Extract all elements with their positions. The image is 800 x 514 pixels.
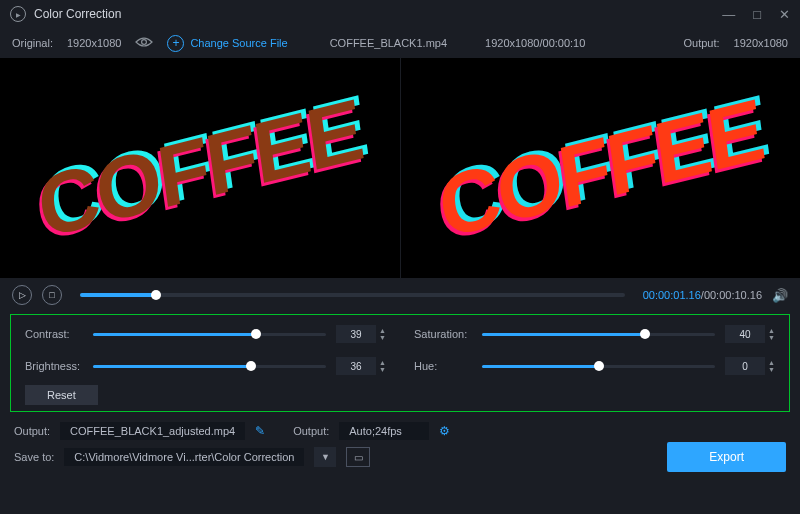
play-button[interactable]: ▷ [12, 285, 32, 305]
hue-label: Hue: [414, 360, 472, 372]
output-file-label: Output: [14, 425, 50, 437]
change-source-label: Change Source File [190, 37, 287, 49]
contrast-label: Contrast: [25, 328, 83, 340]
saturation-step-up[interactable]: ▲ [768, 327, 775, 334]
preview-original: COFFEE COFFEE COFFEE [0, 58, 400, 278]
saturation-control: Saturation: 40▲▼ [414, 325, 775, 343]
transport-bar: ▷ □ 00:00:01.16/00:00:10.16 🔊 [0, 278, 800, 312]
reset-button[interactable]: Reset [25, 385, 98, 405]
save-to-label: Save to: [14, 451, 54, 463]
contrast-slider[interactable] [93, 333, 326, 336]
close-button[interactable]: ✕ [779, 7, 790, 22]
total-time: /00:00:10.16 [701, 289, 762, 301]
contrast-control: Contrast: 39▲▼ [25, 325, 386, 343]
contrast-value[interactable]: 39 [336, 325, 376, 343]
change-source-button[interactable]: + Change Source File [167, 35, 287, 52]
brightness-value[interactable]: 36 [336, 357, 376, 375]
contrast-step-down[interactable]: ▼ [379, 334, 386, 341]
format-settings-icon[interactable]: ⚙ [439, 424, 450, 438]
edit-filename-icon[interactable]: ✎ [255, 424, 265, 438]
output-format-field[interactable]: Auto;24fps [339, 422, 429, 440]
original-label: Original: [12, 37, 53, 49]
preview-area: COFFEE COFFEE COFFEE COFFEE COFFEE COFFE… [0, 58, 800, 278]
hue-control: Hue: 0▲▼ [414, 357, 775, 375]
saturation-label: Saturation: [414, 328, 472, 340]
preview-eye-icon[interactable] [135, 36, 153, 50]
hue-value[interactable]: 0 [725, 357, 765, 375]
output-resolution: 1920x1080 [734, 37, 788, 49]
brightness-control: Brightness: 36▲▼ [25, 357, 386, 375]
open-folder-button[interactable]: ▭ [346, 447, 370, 467]
preview-text: COFFEE [32, 80, 366, 256]
contrast-step-up[interactable]: ▲ [379, 327, 386, 334]
preview-adjusted: COFFEE COFFEE COFFEE [400, 58, 801, 278]
original-resolution: 1920x1080 [67, 37, 121, 49]
output-filename-field[interactable]: COFFEE_BLACK1_adjusted.mp4 [60, 422, 245, 440]
plus-circle-icon: + [167, 35, 184, 52]
minimize-button[interactable]: — [722, 7, 735, 22]
maximize-button[interactable]: □ [753, 7, 761, 22]
export-button[interactable]: Export [667, 442, 786, 472]
brightness-step-down[interactable]: ▼ [379, 366, 386, 373]
svg-point-0 [142, 40, 147, 45]
hue-step-down[interactable]: ▼ [768, 366, 775, 373]
source-res-duration: 1920x1080/00:00:10 [485, 37, 585, 49]
window-title: Color Correction [34, 7, 121, 21]
saturation-step-down[interactable]: ▼ [768, 334, 775, 341]
current-time: 00:00:01.16 [643, 289, 701, 301]
color-controls-panel: Contrast: 39▲▼ Saturation: 40▲▼ Brightne… [10, 314, 790, 412]
preview-text: COFFEE [433, 80, 767, 256]
saturation-value[interactable]: 40 [725, 325, 765, 343]
save-path-dropdown[interactable]: ▼ [314, 447, 336, 467]
save-path-field[interactable]: C:\Vidmore\Vidmore Vi...rter\Color Corre… [64, 448, 304, 466]
timeline-slider[interactable] [80, 293, 625, 297]
saturation-slider[interactable] [482, 333, 715, 336]
source-filename: COFFEE_BLACK1.mp4 [330, 37, 447, 49]
info-bar: Original: 1920x1080 + Change Source File… [0, 28, 800, 58]
output-row: Output: COFFEE_BLACK1_adjusted.mp4 ✎ Out… [0, 418, 800, 444]
titlebar: Color Correction — □ ✕ [0, 0, 800, 28]
save-row: Save to: C:\Vidmore\Vidmore Vi...rter\Co… [0, 444, 800, 470]
brightness-label: Brightness: [25, 360, 83, 372]
volume-icon[interactable]: 🔊 [772, 288, 788, 303]
stop-button[interactable]: □ [42, 285, 62, 305]
hue-step-up[interactable]: ▲ [768, 359, 775, 366]
hue-slider[interactable] [482, 365, 715, 368]
output-format-label: Output: [293, 425, 329, 437]
brightness-slider[interactable] [93, 365, 326, 368]
output-res-label: Output: [683, 37, 719, 49]
app-logo-icon [10, 6, 26, 22]
brightness-step-up[interactable]: ▲ [379, 359, 386, 366]
time-display: 00:00:01.16/00:00:10.16 [643, 289, 762, 301]
